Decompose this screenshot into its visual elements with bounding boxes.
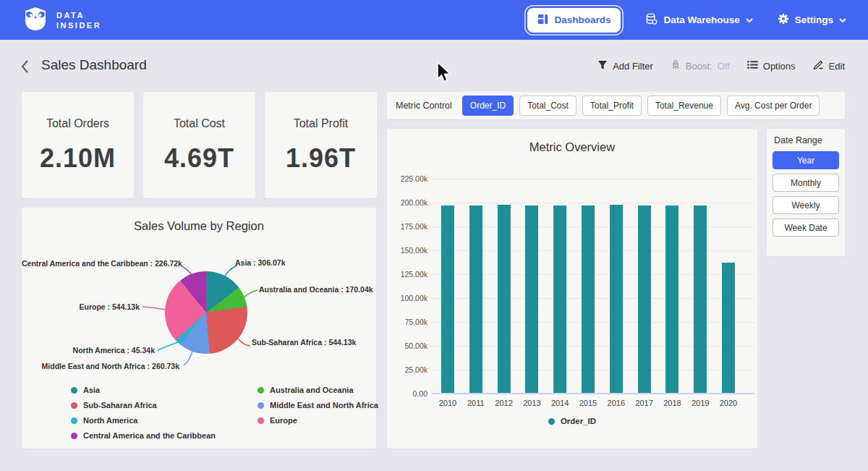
date-range-year-button[interactable]: Year	[773, 151, 839, 169]
kpi-value: 2.10M	[40, 143, 116, 174]
pie-legend: AsiaSub-Saharan AfricaNorth AmericaCentr…	[71, 386, 378, 440]
nav-menu: Dashboards Data Warehouse	[527, 8, 846, 33]
database-icon	[645, 13, 658, 27]
pie-legend-item: Sub-Saharan Africa	[71, 401, 216, 410]
edit-button[interactable]: Edit	[813, 59, 845, 72]
pie-legend-item: North America	[71, 416, 216, 425]
settings-menu[interactable]: Settings	[778, 13, 846, 27]
kpi-label: Total Cost	[174, 117, 225, 130]
pie-label-middle-east-north-africa: Middle East and North Africa : 260.73k	[22, 362, 179, 370]
bar-2017[interactable]	[638, 205, 651, 393]
pie-label-central-america-caribbean: Central America and the Caribbean : 226.…	[22, 259, 174, 268]
header-actions: Add Filter Boost: Off	[597, 59, 845, 72]
bar-2016[interactable]	[610, 205, 623, 393]
kpi-value: 1.96T	[286, 143, 356, 174]
kpi-total-orders: Total Orders 2.10M	[22, 92, 134, 198]
gridline	[432, 203, 754, 203]
bar-2010[interactable]	[441, 205, 454, 393]
date-range-label: Date Range	[773, 135, 839, 145]
bar-2012[interactable]	[498, 205, 511, 393]
brand-logo: DATA INSIDER	[22, 5, 101, 35]
metric-button-order-id[interactable]: Order_ID	[462, 96, 514, 116]
y-axis-tick: 25.00k	[384, 365, 427, 374]
pie-label-europe: Europe : 544.13k	[22, 302, 140, 311]
pie-legend-item: Australia and Oceania	[258, 386, 378, 394]
mouse-cursor	[436, 61, 452, 86]
back-button[interactable]	[20, 59, 30, 77]
dashboards-button[interactable]: Dashboards	[527, 8, 621, 33]
page-title: Sales Dashboard	[41, 57, 147, 73]
bar-2019[interactable]	[694, 205, 707, 393]
metric-overview-card: Metric Overview 0.0025.00k50.00k75.00k10…	[387, 129, 757, 449]
x-axis-tick: 2018	[658, 399, 686, 407]
boost-toggle[interactable]: Boost: Off	[671, 59, 730, 72]
pie-label-australia-oceania: Australia and Oceania : 170.04k	[259, 285, 373, 294]
bar-2018[interactable]	[665, 205, 678, 393]
date-range-week-date-button[interactable]: Week Date	[773, 218, 839, 237]
date-range-weekly-button[interactable]: Weekly	[773, 196, 839, 214]
bar-chart-title: Metric Overview	[387, 140, 757, 154]
bar-2013[interactable]	[525, 205, 538, 393]
x-axis-tick: 2012	[490, 399, 519, 407]
owl-logo-icon	[22, 5, 49, 35]
options-list-icon	[747, 60, 758, 72]
kpi-total-profit: Total Profit 1.96T	[265, 92, 377, 198]
pie-legend-item: Central America and the Caribbean	[71, 431, 216, 440]
boost-state: Off	[718, 61, 730, 72]
metric-button-total-revenue[interactable]: Total_Revenue	[647, 96, 721, 116]
pie-label-asia: Asia : 306.07k	[235, 258, 285, 267]
x-axis-tick: 2015	[574, 399, 603, 407]
y-axis-tick: 50.00k	[384, 341, 427, 350]
pie-label-north-america: North America : 45.34k	[22, 346, 155, 355]
dashboards-grid-icon	[537, 14, 548, 27]
gear-icon	[778, 13, 789, 27]
bar-chart-legend: Order_ID	[387, 417, 757, 425]
legend-dot	[71, 402, 77, 409]
bar-chart-plot: 0.0025.00k50.00k75.00k100.00k125.00k150.…	[432, 172, 754, 394]
bar-2011[interactable]	[469, 205, 482, 393]
y-axis-tick: 100.00k	[384, 294, 427, 302]
pie-legend-item: Asia	[71, 386, 216, 394]
edit-pencil-icon	[813, 59, 824, 72]
date-range-monthly-button[interactable]: Monthly	[773, 174, 839, 192]
legend-dot	[258, 387, 264, 394]
kpi-value: 4.69T	[164, 143, 234, 174]
y-axis-tick: 125.00k	[384, 270, 427, 279]
metric-button-avg-cost-per-order[interactable]: Avg. Cost per Order	[727, 96, 820, 116]
x-axis-tick: 2017	[630, 399, 659, 407]
chevron-down-icon	[839, 14, 846, 25]
metric-control-bar: Metric Control Order_ID Total_Cost Total…	[387, 92, 845, 119]
y-axis-tick: 175.00k	[384, 222, 427, 231]
pie-legend-item: Europe	[258, 416, 378, 425]
pie-label-sub-saharan-africa: Sub-Saharan Africa : 544.13k	[252, 338, 356, 347]
data-warehouse-menu[interactable]: Data Warehouse	[645, 13, 752, 27]
legend-dot	[71, 387, 77, 394]
sales-volume-by-region-card: Sales Volume by Region Asia : 306.07k Au…	[22, 208, 376, 449]
bar-2020[interactable]	[722, 263, 735, 393]
top-nav: DATA INSIDER Dashboards	[0, 0, 868, 40]
add-filter-button[interactable]: Add Filter	[597, 60, 653, 72]
gridline	[432, 393, 754, 394]
kpi-total-cost: Total Cost 4.69T	[143, 92, 255, 198]
y-axis-tick: 150.00k	[384, 246, 427, 255]
x-axis-tick: 2011	[461, 399, 490, 407]
legend-dot	[71, 433, 77, 439]
pie-chart-title: Sales Volume by Region	[22, 219, 376, 233]
metric-button-total-cost[interactable]: Total_Cost	[519, 96, 576, 116]
pie-legend-item: Middle East and North Africa	[258, 401, 378, 410]
x-axis-tick: 2020	[714, 399, 743, 407]
metric-button-total-profit[interactable]: Total_Profit	[582, 96, 642, 116]
bar-2014[interactable]	[553, 205, 566, 393]
x-axis-tick: 2019	[686, 399, 715, 407]
kpi-label: Total Orders	[46, 117, 109, 130]
pie-chart[interactable]	[165, 271, 247, 354]
x-axis-tick: 2014	[545, 399, 574, 407]
sales-dashboard-page: DATA INSIDER Dashboards	[0, 0, 868, 471]
y-axis-tick: 75.00k	[384, 318, 427, 326]
kpi-label: Total Profit	[294, 117, 349, 130]
options-button[interactable]: Options	[747, 60, 796, 72]
bar-2015[interactable]	[582, 205, 595, 393]
x-axis-tick: 2010	[433, 399, 462, 407]
legend-dot	[548, 418, 555, 425]
y-axis-tick: 0.00	[384, 389, 427, 398]
